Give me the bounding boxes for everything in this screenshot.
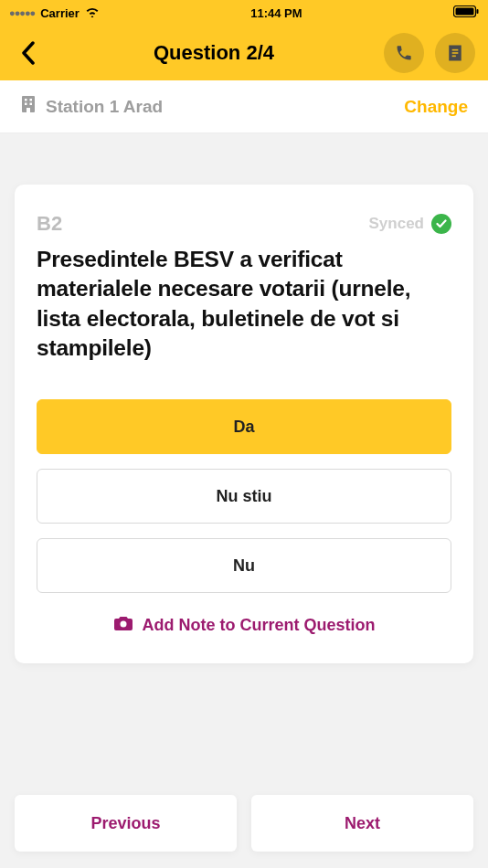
previous-button[interactable]: Previous [15,795,237,852]
add-note-label: Add Note to Current Question [143,616,376,635]
next-label: Next [345,814,380,833]
camera-icon [113,615,133,636]
svg-rect-4 [452,49,459,51]
card-header: B2 Synced [37,212,451,236]
chevron-left-icon [21,41,36,65]
svg-point-13 [120,621,126,628]
status-right [453,5,479,20]
option-da[interactable]: Da [37,399,451,454]
option-nu[interactable]: Nu [37,538,451,593]
station-bar: Station 1 Arad Change [0,80,488,133]
next-button[interactable]: Next [251,795,473,852]
question-code: B2 [37,212,62,236]
status-bar: ●●●●● Carrier 11:44 PM [0,0,488,26]
svg-rect-2 [477,9,479,14]
page-title: Question 2/4 [154,41,274,65]
header-actions [384,33,475,73]
add-note-button[interactable]: Add Note to Current Question [37,615,451,636]
notes-button[interactable] [435,33,475,73]
svg-rect-11 [30,103,33,106]
sync-label: Synced [369,215,424,233]
document-icon [446,44,464,62]
signal-dots-icon: ●●●●● [9,7,35,18]
station-info: Station 1 Arad [20,95,163,118]
svg-rect-6 [452,56,456,58]
check-circle-icon [431,214,451,234]
svg-rect-1 [456,8,474,16]
svg-rect-10 [25,103,27,106]
content-area: B2 Synced Presedintele BESV a verificat … [0,133,488,663]
option-label: Da [233,418,254,437]
question-text: Presedintele BESV a verificat materialel… [37,245,451,363]
svg-rect-9 [30,99,33,101]
status-time: 11:44 PM [250,6,302,20]
svg-rect-5 [452,52,459,54]
wifi-icon [85,6,100,20]
svg-rect-12 [27,108,30,112]
status-left: ●●●●● Carrier [9,6,100,20]
carrier-label: Carrier [40,6,80,20]
call-button[interactable] [384,33,424,73]
sync-status: Synced [369,214,451,234]
battery-icon [453,5,479,20]
option-label: Nu stiu [217,487,272,506]
svg-rect-8 [25,99,27,101]
building-icon [20,95,37,118]
station-name: Station 1 Arad [46,97,163,117]
back-button[interactable] [13,37,44,69]
previous-label: Previous [90,814,160,833]
phone-icon [395,44,413,62]
change-station-link[interactable]: Change [404,97,468,117]
question-card: B2 Synced Presedintele BESV a verificat … [15,185,473,663]
option-label: Nu [233,556,255,576]
footer-nav: Previous Next [15,795,473,852]
option-nu-stiu[interactable]: Nu stiu [37,469,451,524]
app-header: Question 2/4 [0,26,488,80]
